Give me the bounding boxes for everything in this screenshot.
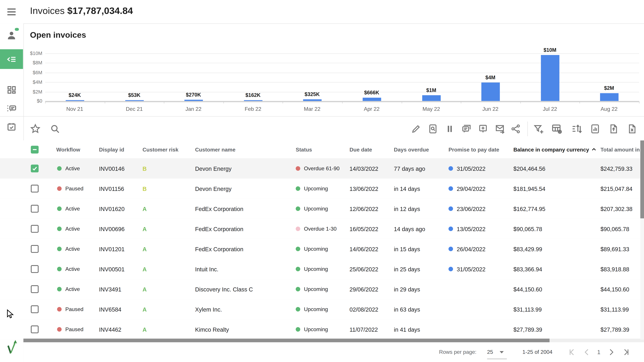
hamburger-menu-icon[interactable] xyxy=(6,7,16,17)
table-row[interactable]: Paused INV4462 A Kimco Realty Upcoming 1… xyxy=(0,319,644,339)
horizontal-scrollbar-thumb[interactable] xyxy=(24,339,550,342)
column-header-days-overdue[interactable]: Days overdue xyxy=(394,140,429,159)
section-title: Open invoices xyxy=(30,30,86,40)
x-axis-label: Aug 22 xyxy=(588,106,630,112)
bar-jul-22[interactable] xyxy=(541,55,559,101)
total-amount: $17,787,034.84 xyxy=(67,5,133,16)
column-header-balance-sorted[interactable]: Balance in company currency xyxy=(513,140,596,159)
table-settings-icon[interactable] xyxy=(551,123,563,135)
row-checkbox[interactable] xyxy=(31,219,39,239)
row-checkbox[interactable] xyxy=(31,178,39,199)
favorite-star-icon[interactable] xyxy=(29,123,42,135)
bar-mar-22[interactable] xyxy=(303,99,322,101)
chart-panel-icon[interactable] xyxy=(589,123,601,135)
column-header-total[interactable]: Total amount in c xyxy=(600,140,644,159)
column-header-customer-risk[interactable]: Customer risk xyxy=(142,140,178,159)
promise-date-dot xyxy=(448,247,453,251)
bar-value-label: $24K xyxy=(56,92,93,98)
vertical-scrollbar[interactable] xyxy=(640,140,644,340)
sidebar-item-profile[interactable] xyxy=(0,26,23,44)
bar-feb-22[interactable] xyxy=(244,100,262,101)
table-row[interactable]: Active INV00696 A FedEx Corporation Over… xyxy=(0,219,644,239)
column-header-status[interactable]: Status xyxy=(296,140,312,159)
gridline xyxy=(45,53,639,54)
rows-per-page-select[interactable]: 25 xyxy=(487,349,507,355)
table-row[interactable]: Active INV3491 A Discovery Inc. Class C … xyxy=(0,279,644,300)
add-comment-icon[interactable] xyxy=(477,123,489,135)
excel-export-icon[interactable] xyxy=(626,123,638,135)
bar-value-label: $2M xyxy=(591,85,628,91)
bar-value-label: $270K xyxy=(175,92,212,98)
table-row[interactable]: Paused INV6584 A Xylem Inc. Upcoming 02/… xyxy=(0,299,644,320)
row-checkbox[interactable] xyxy=(31,158,39,178)
comments-icon[interactable] xyxy=(460,123,472,135)
x-axis-label: Feb 22 xyxy=(232,106,274,112)
search-icon[interactable] xyxy=(49,123,61,135)
table-row[interactable]: Active INV01201 A FedEx Corporation Upco… xyxy=(0,239,644,259)
table-row[interactable]: Paused INV01156 B Devon Energy Upcoming … xyxy=(0,178,644,199)
workflow-paused-dot xyxy=(57,307,62,312)
x-axis-label: Apr 22 xyxy=(351,106,392,112)
bar-apr-22[interactable] xyxy=(362,98,381,101)
promise-date-dot xyxy=(448,206,453,211)
document-preview-icon[interactable] xyxy=(427,123,439,135)
bar-may-22[interactable] xyxy=(422,95,441,101)
y-axis-tick: $4M xyxy=(18,79,42,85)
bar-dec-21[interactable] xyxy=(125,100,144,101)
column-header-display-id[interactable]: Display id xyxy=(99,140,124,159)
bar-value-label: $325K xyxy=(294,91,330,97)
bar-value-label: $1M xyxy=(413,87,450,93)
status-upcoming-dot xyxy=(296,267,300,271)
rows-per-page-label: Rows per page: xyxy=(439,349,476,355)
first-page-button[interactable] xyxy=(566,347,578,358)
brand-checkmark-logo xyxy=(6,339,20,358)
x-axis-label: Jul 22 xyxy=(530,106,570,112)
table-toolbar xyxy=(0,116,644,141)
row-checkbox[interactable] xyxy=(31,299,39,319)
bar-value-label: $666K xyxy=(353,90,390,95)
sort-ascending-caret-icon xyxy=(592,147,596,152)
y-axis-tick: $6M xyxy=(18,70,42,75)
workflow-active-dot xyxy=(57,206,62,211)
top-bar: Invoices $17,787,034.84 xyxy=(0,0,644,24)
bar-jan-22[interactable] xyxy=(184,100,203,101)
y-axis-tick: $0 xyxy=(18,98,42,104)
table-body: Active INV00146 B Devon Energy Overdue 6… xyxy=(0,158,644,339)
next-page-button[interactable] xyxy=(606,347,617,358)
bar-value-label: $53K xyxy=(116,92,153,98)
select-underline xyxy=(487,359,507,359)
bar-nov-21[interactable] xyxy=(66,100,84,101)
previous-page-button[interactable] xyxy=(581,347,593,358)
sort-rows-icon[interactable] xyxy=(570,123,583,135)
x-axis-label: Jun 22 xyxy=(470,106,511,112)
column-header-due-date[interactable]: Due date xyxy=(350,140,372,159)
share-icon[interactable] xyxy=(510,123,522,135)
bar-jun-22[interactable] xyxy=(481,82,500,101)
table-row[interactable]: Active INV01620 A FedEx Corporation Upco… xyxy=(0,199,644,219)
send-email-icon[interactable] xyxy=(494,123,506,135)
column-header-customer-name[interactable]: Customer name xyxy=(195,140,236,159)
status-upcoming-dot xyxy=(296,327,300,332)
pause-icon[interactable] xyxy=(444,123,456,135)
row-checkbox[interactable] xyxy=(31,239,39,259)
row-checkbox[interactable] xyxy=(31,259,39,279)
add-filter-icon[interactable] xyxy=(532,123,544,135)
workflow-active-dot xyxy=(57,267,62,271)
table-row[interactable]: Active INV00146 B Devon Energy Overdue 6… xyxy=(0,158,644,179)
column-header-promise-date[interactable]: Promise to pay date xyxy=(448,140,499,159)
bar-aug-22[interactable] xyxy=(600,93,618,101)
column-header-workflow[interactable]: Workflow xyxy=(56,140,80,159)
edit-icon[interactable] xyxy=(410,123,422,135)
last-page-button[interactable] xyxy=(620,347,632,358)
workflow-active-dot xyxy=(57,227,62,231)
vertical-scrollbar-thumb[interactable] xyxy=(640,140,644,218)
row-checkbox[interactable] xyxy=(31,319,39,339)
status-upcoming-dot xyxy=(296,186,300,191)
row-checkbox[interactable] xyxy=(31,199,39,219)
bar-value-label: $162K xyxy=(234,92,271,98)
export-file-icon[interactable] xyxy=(608,123,620,135)
horizontal-scrollbar[interactable] xyxy=(24,339,644,342)
select-all-checkbox[interactable] xyxy=(31,140,39,159)
row-checkbox[interactable] xyxy=(31,279,39,299)
table-row[interactable]: Active INV00501 A Intuit Inc. Upcoming 2… xyxy=(0,259,644,279)
